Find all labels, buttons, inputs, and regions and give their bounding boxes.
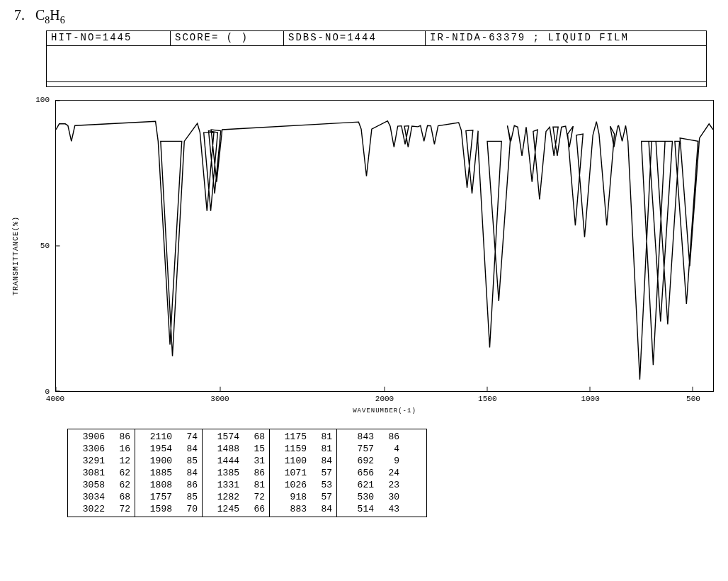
peak-wavenumber: 1331: [207, 479, 239, 491]
peak-transmittance: 85: [172, 491, 198, 503]
peak-row: 305862: [68, 479, 135, 491]
peak-row: 51443: [337, 503, 404, 515]
peak-transmittance: 81: [307, 443, 332, 455]
peak-row: 115981: [270, 443, 336, 455]
peak-row: 6929: [337, 455, 404, 467]
peak-row: 390686: [68, 431, 135, 443]
sdbs-no-field: SDBS-NO=1444: [284, 31, 426, 45]
spectrum-line: [56, 101, 713, 391]
y-axis-label: TRANSMITTANCE(%): [12, 216, 20, 295]
peak-wavenumber: 1175: [274, 431, 307, 443]
peak-row: 84386: [337, 431, 404, 443]
peak-wavenumber: 1574: [207, 431, 239, 443]
peak-transmittance: 86: [239, 467, 265, 479]
peak-row: 128272: [203, 491, 269, 503]
peak-wavenumber: 1900: [140, 455, 172, 467]
x-axis-label: WAVENUMBER(-1): [353, 407, 416, 414]
peak-row: 117581: [270, 431, 336, 443]
peak-row: 308162: [68, 467, 135, 479]
question-number: 7.: [14, 7, 25, 23]
peak-column: 2110741954841900851885841808861757851598…: [135, 429, 203, 517]
peak-transmittance: 68: [105, 491, 130, 503]
peak-wavenumber: 843: [341, 431, 374, 443]
peak-wavenumber: 1071: [274, 467, 307, 479]
peak-row: 211074: [135, 431, 202, 443]
peak-row: 133181: [203, 479, 269, 491]
peak-wavenumber: 656: [341, 467, 374, 479]
peak-transmittance: 84: [307, 455, 332, 467]
peak-transmittance: 53: [307, 479, 332, 491]
peak-column: 1175811159811100841071571026539185788384: [270, 429, 337, 517]
peak-column: 3906863306163291123081623058623034683022…: [68, 429, 135, 517]
peak-wavenumber: 3291: [72, 455, 105, 467]
peak-wavenumber: 2110: [140, 431, 172, 443]
peak-transmittance: 68: [239, 431, 265, 443]
peak-transmittance: 23: [374, 479, 399, 491]
peak-row: 110084: [270, 455, 336, 467]
peak-wavenumber: 3022: [72, 503, 105, 515]
peak-transmittance: 16: [105, 443, 130, 455]
peak-wavenumber: 1444: [207, 455, 239, 467]
peak-transmittance: 86: [105, 431, 130, 443]
peak-wavenumber: 1282: [207, 491, 239, 503]
peak-transmittance: 9: [374, 455, 399, 467]
plot-area: [55, 100, 714, 392]
peak-transmittance: 72: [105, 503, 130, 515]
x-axis-ticks: WAVENUMBER(-1) 40003000200015001000500: [55, 393, 714, 412]
x-tick: 4000: [46, 395, 64, 403]
peak-wavenumber: 1488: [207, 443, 239, 455]
peak-transmittance: 86: [172, 479, 198, 491]
peak-row: 124566: [203, 503, 269, 515]
peak-row: 175785: [135, 491, 202, 503]
peak-wavenumber: 1385: [207, 467, 239, 479]
peak-wavenumber: 1100: [274, 455, 307, 467]
question-label: 7. C8H6: [14, 7, 714, 26]
peak-wavenumber: 514: [341, 503, 374, 515]
peak-transmittance: 57: [307, 491, 332, 503]
peak-transmittance: 70: [172, 503, 198, 515]
peak-wavenumber: 1808: [140, 479, 172, 491]
y-tick: 50: [40, 242, 50, 250]
peak-row: 157468: [203, 431, 269, 443]
peak-row: 102653: [270, 479, 336, 491]
peak-transmittance: 31: [239, 455, 265, 467]
peak-row: 188584: [135, 467, 202, 479]
peak-transmittance: 74: [172, 431, 198, 443]
peak-column: 1574681488151444311385861331811282721245…: [203, 429, 270, 517]
peak-wavenumber: 621: [341, 479, 374, 491]
peak-wavenumber: 3906: [72, 431, 105, 443]
peak-row: 144431: [203, 455, 269, 467]
peak-row: 107157: [270, 467, 336, 479]
peak-transmittance: 84: [172, 443, 198, 455]
x-tick: 1000: [581, 395, 599, 403]
peak-column: 843867574692965624621235303051443: [337, 429, 404, 517]
peak-row: 190085: [135, 455, 202, 467]
peak-row: 7574: [337, 443, 404, 455]
peak-row: 159870: [135, 503, 202, 515]
peak-wavenumber: 692: [341, 455, 374, 467]
x-tick: 500: [686, 395, 700, 403]
peak-wavenumber: 1026: [274, 479, 307, 491]
peak-wavenumber: 3081: [72, 467, 105, 479]
peak-transmittance: 84: [307, 503, 332, 515]
peak-row: 329112: [68, 455, 135, 467]
peak-row: 302272: [68, 503, 135, 515]
header-spacer: [46, 46, 707, 87]
peak-wavenumber: 1954: [140, 443, 172, 455]
peak-row: 62123: [337, 479, 404, 491]
peak-wavenumber: 757: [341, 443, 374, 455]
peak-row: 330616: [68, 443, 135, 455]
peak-transmittance: 15: [239, 443, 265, 455]
peak-transmittance: 72: [239, 491, 265, 503]
peak-transmittance: 85: [172, 455, 198, 467]
score-field: SCORE= ( ): [171, 31, 284, 45]
peak-wavenumber: 1245: [207, 503, 239, 515]
y-axis-ticks: 050100: [31, 100, 52, 412]
peak-transmittance: 81: [307, 431, 332, 443]
peak-row: 180886: [135, 479, 202, 491]
peak-transmittance: 43: [374, 503, 399, 515]
peak-transmittance: 86: [374, 431, 399, 443]
peak-transmittance: 62: [105, 467, 130, 479]
ir-spectrum-chart: TRANSMITTANCE(%) 050100 WAVENUMBER(-1) 4…: [21, 100, 714, 412]
peak-row: 65624: [337, 467, 404, 479]
